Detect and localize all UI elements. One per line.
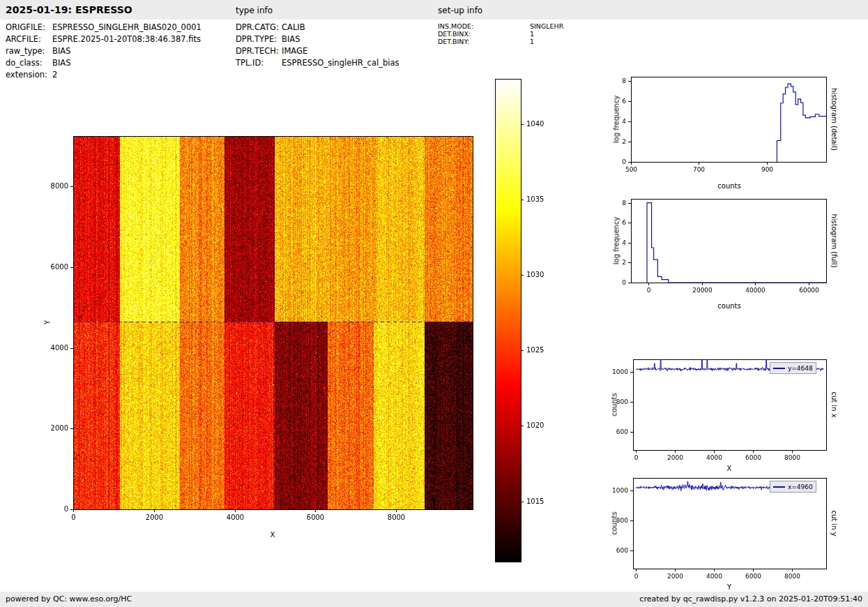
- cut-in-y-ylabel: counts: [611, 511, 618, 534]
- header-bar: 2025-01-19: ESPRESSO type info set-up in…: [0, 0, 868, 20]
- cut-in-y-side-label: cut in y: [830, 510, 838, 536]
- dpr-type-label: DPR.TYPE:: [236, 33, 282, 45]
- colorbar: [492, 73, 551, 570]
- det-biny-label: DET.BINY:: [438, 38, 530, 45]
- histogram-full-ylabel: log frequency: [613, 217, 620, 265]
- page-title: 2025-01-19: ESPRESSO: [6, 4, 132, 15]
- histogram-full-side-label: histogram (full): [830, 213, 838, 267]
- histogram-detail-ylabel: log frequency: [613, 96, 620, 144]
- do-class-label: do_class:: [6, 57, 52, 69]
- meta-row-raw-type: raw_type:BIAS: [6, 45, 201, 57]
- dpr-type-value: BIAS: [282, 34, 300, 44]
- type-metadata: DPR.CATG:CALIB DPR.TYPE:BIAS DPR.TECH:IM…: [236, 22, 399, 69]
- extension-label: extension:: [6, 69, 52, 81]
- arcfile-value: ESPRE.2025-01-20T08:38:46.387.fits: [52, 34, 201, 44]
- legend-line-icon: [773, 486, 785, 488]
- footer-created-by: created by qc_rawdisp.py v1.2.3 on 2025-…: [639, 594, 862, 604]
- raw-image-xlabel: X: [271, 531, 275, 539]
- tpl-id-value: ESPRESSO_singleHR_cal_bias: [282, 58, 399, 68]
- dpr-tech-value: IMAGE: [282, 46, 307, 56]
- arcfile-label: ARCFILE:: [6, 33, 52, 45]
- meta-row-extension: extension:2: [6, 69, 201, 81]
- det-biny-value: 1: [530, 38, 534, 45]
- extension-value: 2: [52, 70, 57, 80]
- meta-row-det-binx: DET.BINX:1: [438, 30, 563, 38]
- histogram-detail-plot: [607, 70, 830, 178]
- meta-row-origfile: ORIGFILE:ESPRESSO_SINGLEHR_BIAS020_0001: [6, 22, 201, 33]
- origfile-label: ORIGFILE:: [6, 22, 52, 33]
- dpr-catg-value: CALIB: [282, 22, 305, 32]
- meta-row-dpr-type: DPR.TYPE:BIAS: [236, 33, 399, 45]
- meta-row-tpl-id: TPL.ID:ESPRESSO_singleHR_cal_bias: [236, 57, 399, 69]
- dpr-catg-label: DPR.CATG:: [236, 22, 282, 33]
- raw-type-value: BIAS: [52, 46, 70, 56]
- cut-in-y-xlabel: Y: [727, 583, 731, 591]
- meta-row-det-biny: DET.BINY:1: [438, 38, 563, 45]
- file-metadata: ORIGFILE:ESPRESSO_SINGLEHR_BIAS020_0001 …: [6, 22, 201, 81]
- meta-row-arcfile: ARCFILE:ESPRE.2025-01-20T08:38:46.387.fi…: [6, 33, 201, 45]
- cut-in-x-legend: y=4648: [770, 362, 816, 374]
- raw-image-plot: [35, 129, 485, 530]
- setup-metadata: INS.MODE:SINGLEHR DET.BINX:1 DET.BINY:1: [438, 22, 563, 45]
- ins-mode-value: SINGLEHR: [530, 22, 563, 30]
- legend-line-icon: [773, 368, 785, 369]
- det-binx-label: DET.BINX:: [438, 30, 530, 38]
- cut-in-y-legend-label: x=4960: [788, 484, 813, 490]
- setup-info-heading: set-up info: [438, 6, 482, 15]
- histogram-full-plot: [607, 192, 830, 300]
- meta-row-dpr-tech: DPR.TECH:IMAGE: [236, 45, 399, 57]
- type-info-heading: type info: [236, 6, 273, 15]
- histogram-full-xlabel: counts: [717, 302, 740, 310]
- cut-in-x-legend-label: y=4648: [788, 365, 813, 372]
- raw-type-label: raw_type:: [6, 45, 52, 57]
- do-class-value: BIAS: [52, 58, 70, 68]
- histogram-detail-xlabel: counts: [717, 182, 740, 190]
- footer-bar: powered by QC: www.eso.org/HC created by…: [0, 592, 868, 607]
- cut-in-y-legend: x=4960: [770, 481, 816, 493]
- dpr-tech-label: DPR.TECH:: [236, 45, 282, 57]
- page: 2025-01-19: ESPRESSO type info set-up in…: [0, 0, 868, 607]
- ins-mode-label: INS.MODE:: [438, 22, 530, 30]
- cut-in-x-ylabel: counts: [611, 393, 618, 416]
- det-binx-value: 1: [530, 30, 534, 38]
- tpl-id-label: TPL.ID:: [236, 57, 282, 69]
- cut-in-x-side-label: cut in x: [830, 391, 838, 417]
- meta-row-do-class: do_class:BIAS: [6, 57, 201, 69]
- meta-row-ins-mode: INS.MODE:SINGLEHR: [438, 22, 563, 30]
- origfile-value: ESPRESSO_SINGLEHR_BIAS020_0001: [52, 22, 201, 32]
- footer-powered-by: powered by QC: www.eso.org/HC: [6, 594, 132, 604]
- meta-row-dpr-catg: DPR.CATG:CALIB: [236, 22, 399, 33]
- histogram-detail-side-label: histogram (detail): [830, 88, 838, 151]
- raw-image-ylabel: Y: [44, 320, 52, 324]
